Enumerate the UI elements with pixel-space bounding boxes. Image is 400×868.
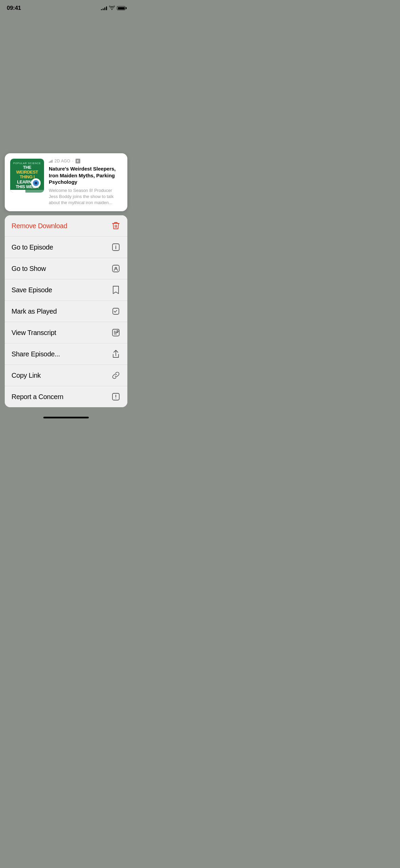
menu-item-copy-link[interactable]: Copy Link: [5, 365, 127, 386]
artwork-title-2: WEIRDEST: [16, 170, 38, 175]
artwork-title-1: THE: [23, 165, 31, 170]
menu-item-label-remove-download: Remove Download: [12, 222, 67, 230]
home-indicator: [0, 414, 132, 420]
menu-item-go-to-show[interactable]: Go to Show: [5, 258, 127, 279]
menu-item-label-share-episode: Share Episode...: [12, 350, 60, 358]
episode-artwork: POPULAR SCIENCE THE WEIRDEST THING I LEA…: [10, 159, 44, 193]
share-icon: [111, 349, 121, 359]
episode-info: 2D AGO · E Nature's Weirdest Sleepers, I…: [49, 159, 122, 206]
status-bar: 09:41: [0, 0, 132, 14]
background-area: [0, 14, 132, 150]
status-time: 09:41: [7, 5, 21, 12]
menu-item-remove-download[interactable]: Remove Download: [5, 215, 127, 237]
artwork-progress-bar: [10, 190, 44, 193]
signal-icon: [101, 6, 107, 10]
menu-item-save-episode[interactable]: Save Episode: [5, 279, 127, 301]
audio-level-icon: [49, 159, 52, 163]
menu-item-view-transcript[interactable]: View Transcript: [5, 322, 127, 343]
menu-item-label-go-to-show: Go to Show: [12, 265, 46, 273]
menu-item-share-episode[interactable]: Share Episode...: [5, 343, 127, 365]
info-icon: [111, 242, 121, 252]
menu-item-label-mark-as-played: Mark as Played: [12, 308, 57, 315]
svg-point-7: [115, 398, 116, 399]
menu-item-label-copy-link: Copy Link: [12, 372, 41, 379]
status-icons: [101, 5, 125, 11]
link-icon: [111, 371, 121, 380]
menu-item-label-save-episode: Save Episode: [12, 286, 52, 294]
checkmark-square-icon: [111, 307, 121, 316]
menu-item-report-concern[interactable]: Report a Concern: [5, 386, 127, 407]
menu-item-mark-as-played[interactable]: Mark as Played: [5, 301, 127, 322]
transcript-icon: [111, 328, 121, 337]
artwork-brand: POPULAR SCIENCE: [13, 162, 41, 164]
episode-card[interactable]: POPULAR SCIENCE THE WEIRDEST THING I LEA…: [5, 153, 127, 211]
artwork-title-3: THING I: [20, 175, 35, 179]
explicit-badge: E: [76, 159, 80, 163]
trash-icon: [111, 221, 121, 231]
battery-icon: [117, 6, 125, 10]
meta-separator: ·: [72, 159, 73, 163]
context-menu: Remove Download Go to Episode Go to Show: [5, 215, 127, 407]
episode-title: Nature's Weirdest Sleepers, Iron Maiden …: [49, 165, 122, 185]
episode-age: 2D AGO: [55, 159, 70, 163]
menu-item-go-to-episode[interactable]: Go to Episode: [5, 237, 127, 258]
menu-item-label-view-transcript: View Transcript: [12, 329, 56, 337]
exclamation-icon: [111, 392, 121, 401]
episode-description: Welcome to Season 8! Producer Jess Boddy…: [49, 188, 122, 206]
artwork-eye: [31, 178, 41, 188]
menu-item-label-go-to-episode: Go to Episode: [12, 243, 53, 251]
episode-meta: 2D AGO · E: [49, 159, 122, 163]
wifi-icon: [109, 5, 115, 11]
menu-item-label-report-concern: Report a Concern: [12, 393, 63, 401]
svg-rect-1: [112, 265, 119, 272]
bookmark-icon: [111, 285, 121, 295]
podcast-icon: [111, 264, 121, 273]
home-bar: [43, 417, 89, 418]
